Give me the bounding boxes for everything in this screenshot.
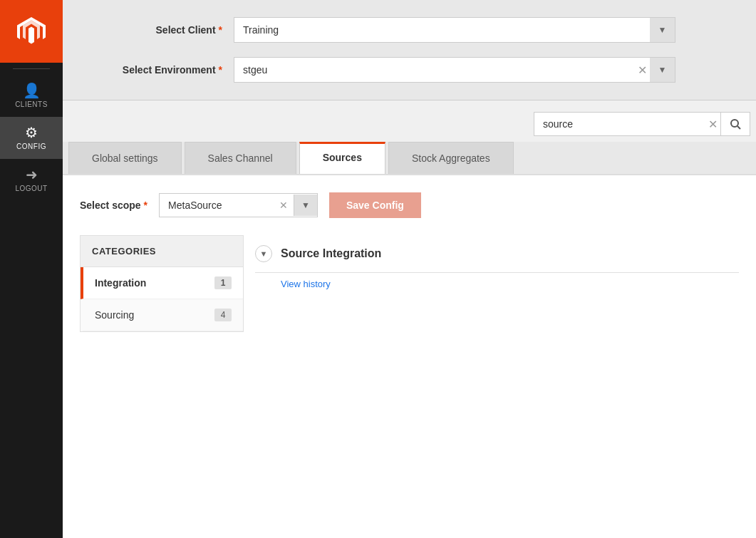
environment-select-wrap: stgeu ✕ ▼ (234, 57, 675, 83)
category-badge-integration: 1 (214, 276, 232, 289)
logo-container (0, 0, 63, 63)
scope-label: Select scope* (80, 200, 147, 211)
environment-required: * (219, 64, 222, 76)
section-title: Source Integration (281, 247, 381, 260)
sidebar: 👤 CLIENTS ⚙ CONFIG ➜ LOGOUT (0, 0, 63, 538)
tab-sales-channel[interactable]: Sales Channel (185, 142, 296, 174)
sidebar-label-logout: LOGOUT (15, 185, 47, 192)
top-form: Select Client* Training ▼ Select Environ… (63, 0, 756, 100)
categories-panel: CATEGORIES Integration 1 Sourcing 4 (80, 235, 244, 332)
tab-stock-aggregates[interactable]: Stock Aggregates (388, 142, 514, 174)
tab-sources[interactable]: Sources (299, 142, 385, 174)
two-col-layout: CATEGORIES Integration 1 Sourcing 4 ▼ So… (80, 235, 739, 332)
environment-label: Select Environment* (91, 64, 234, 76)
client-select-wrap: Training ▼ (234, 17, 675, 43)
svg-point-0 (731, 120, 738, 127)
sidebar-item-clients[interactable]: 👤 CLIENTS (0, 75, 63, 117)
clients-icon: 👤 (23, 83, 41, 98)
category-item-sourcing[interactable]: Sourcing 4 (81, 299, 243, 331)
environment-dropdown-btn[interactable]: ▼ (650, 57, 675, 83)
category-item-integration[interactable]: Integration 1 (81, 267, 243, 299)
logout-icon: ➜ (26, 167, 38, 182)
scope-dropdown-btn[interactable]: ▼ (294, 195, 317, 216)
environment-row: Select Environment* stgeu ✕ ▼ (91, 57, 727, 83)
client-row: Select Client* Training ▼ (91, 17, 727, 43)
client-select[interactable]: Training (234, 17, 675, 43)
sidebar-item-logout[interactable]: ➜ LOGOUT (0, 159, 63, 201)
search-wrap: ✕ (534, 112, 750, 136)
category-label-sourcing: Sourcing (95, 309, 134, 321)
category-badge-sourcing: 4 (214, 309, 232, 321)
sidebar-item-config[interactable]: ⚙ CONFIG (0, 117, 63, 159)
environment-clear-btn[interactable]: ✕ (635, 63, 650, 77)
save-config-button[interactable]: Save Config (329, 192, 421, 218)
right-panel: ▼ Source Integration View history (244, 235, 739, 332)
tab-global-settings[interactable]: Global settings (68, 142, 182, 174)
search-submit-btn[interactable] (720, 113, 750, 135)
content-area: Select scope* MetaSource ✕ ▼ Save Config… (63, 175, 756, 538)
section-collapse-btn[interactable]: ▼ (255, 245, 272, 262)
client-label: Select Client* (91, 24, 234, 36)
search-icon (730, 118, 741, 130)
category-label-integration: Integration (95, 277, 146, 289)
scope-select-wrap: MetaSource ✕ ▼ (159, 193, 318, 217)
section-header: ▼ Source Integration (255, 235, 739, 273)
magento-logo-icon (14, 14, 48, 48)
sidebar-label-clients: CLIENTS (15, 100, 48, 108)
scope-row: Select scope* MetaSource ✕ ▼ Save Config (80, 192, 739, 218)
sidebar-label-config: CONFIG (16, 143, 46, 150)
svg-line-1 (737, 126, 740, 129)
sidebar-divider (13, 68, 51, 69)
categories-header: CATEGORIES (81, 236, 243, 267)
search-area: ✕ (63, 100, 756, 142)
client-dropdown-btn[interactable]: ▼ (650, 17, 675, 43)
main-content: Select Client* Training ▼ Select Environ… (63, 0, 756, 538)
client-required: * (219, 24, 222, 36)
tabs-bar: Global settings Sales Channel Sources St… (63, 142, 756, 175)
view-history-link[interactable]: View history (255, 279, 739, 289)
search-clear-btn[interactable]: ✕ (705, 118, 720, 131)
search-input[interactable] (534, 113, 705, 135)
config-icon: ⚙ (25, 125, 38, 140)
scope-select-value: MetaSource (160, 194, 274, 217)
environment-select[interactable]: stgeu (234, 57, 675, 83)
scope-required: * (144, 200, 147, 211)
scope-clear-btn[interactable]: ✕ (274, 200, 294, 211)
